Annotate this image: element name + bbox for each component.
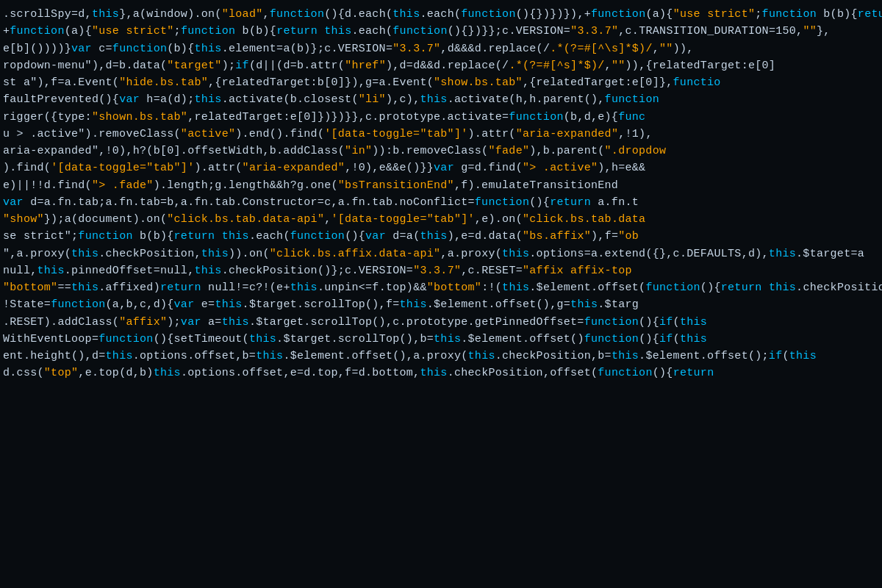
code-display: .scrollSpy=d,this},a(window).on("load",f… (0, 0, 882, 588)
code-line: e)||!!d.find("> .fade").length;g.length&… (0, 177, 882, 194)
code-line: d.css("top",e.top(d,b)this.options.offse… (0, 365, 882, 381)
code-line: u > .active").removeClass("active").end(… (0, 126, 882, 143)
code-line: !State=function(a,b,c,d){var e=this.$tar… (0, 296, 882, 313)
code-line: ent.height(),d=this.options.offset,b=thi… (0, 348, 882, 365)
code-line: faultPrevented(){var h=a(d);this.activat… (0, 91, 882, 108)
code-line: st a"),f=a.Event("hide.bs.tab",{relatedT… (0, 74, 882, 91)
code-line: ropdown-menu"),d=b.data("target");if(d||… (0, 57, 882, 74)
code-line: rigger({type:"shown.bs.tab",relatedTarge… (0, 109, 882, 126)
code-line: +function(a){"use strict";function b(b){… (0, 23, 882, 40)
code-line: se strict";function b(b){return this.eac… (0, 228, 882, 245)
code-line: WithEventLoop=function(){setTimeout(this… (0, 331, 882, 348)
code-line: ",a.proxy(this.checkPosition,this)).on("… (0, 245, 882, 262)
code-line: .RESET).addClass("affix");var a=this.$ta… (0, 314, 882, 331)
code-line: null,this.pinnedOffset=null,this.checkPo… (0, 262, 882, 279)
code-line: var d=a.fn.tab;a.fn.tab=b,a.fn.tab.Const… (0, 194, 882, 211)
code-line: "show"});a(document).on("click.bs.tab.da… (0, 211, 882, 228)
code-line: .scrollSpy=d,this},a(window).on("load",f… (0, 6, 882, 23)
code-line: ).find('[data-toggle="tab"]').attr("aria… (0, 159, 882, 176)
code-line: e[b]())))}var c=function(b){this.element… (0, 40, 882, 57)
code-line: aria-expanded",!0),h?(b[0].offsetWidth,b… (0, 143, 882, 159)
code-line: "bottom"==this.affixed)return null!=c?!(… (0, 279, 882, 296)
